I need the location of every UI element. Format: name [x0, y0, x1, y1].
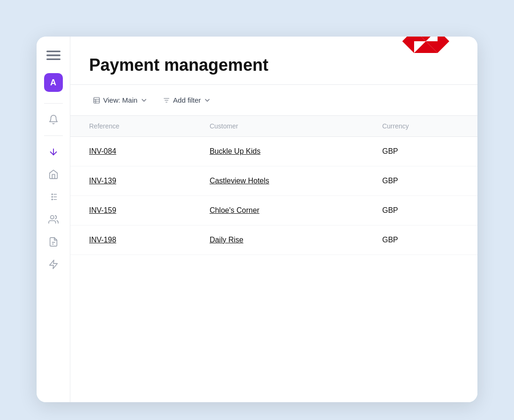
table-header-row: Reference Customer Currency — [70, 116, 477, 137]
view-main-button[interactable]: View: Main — [89, 94, 151, 106]
reference-link[interactable]: INV-159 — [89, 206, 116, 214]
reference-link[interactable]: INV-139 — [89, 177, 116, 185]
currency-cell: GBP — [363, 137, 477, 166]
filter-chevron-icon — [204, 97, 211, 104]
menu-icon[interactable] — [44, 46, 63, 65]
sidebar-item-tasks[interactable] — [44, 188, 63, 206]
sidebar-item-notifications[interactable] — [44, 110, 63, 129]
table-row: INV-198Daily RiseGBP — [70, 225, 477, 255]
table-row: INV-159Chloe's CornerGBP — [70, 196, 477, 225]
svg-marker-22 — [49, 260, 57, 269]
currency-cell: GBP — [363, 196, 477, 225]
table-row: INV-084Buckle Up KidsGBP — [70, 137, 477, 166]
sidebar-item-filter[interactable] — [44, 142, 63, 161]
sidebar-item-activity[interactable] — [44, 255, 63, 274]
payments-table: Reference Customer Currency INV-084Buckl… — [70, 116, 477, 255]
reference-link[interactable]: INV-198 — [89, 236, 116, 244]
reference-link[interactable]: INV-084 — [89, 147, 116, 155]
col-customer: Customer — [191, 116, 363, 137]
add-filter-button[interactable]: Add filter — [159, 94, 215, 106]
sidebar-divider-1 — [44, 103, 63, 104]
app-container: A — [37, 37, 477, 402]
svg-marker-6 — [438, 37, 449, 53]
svg-point-13 — [52, 196, 53, 197]
view-chevron-icon — [140, 97, 148, 104]
customer-link[interactable]: Chloe's Corner — [210, 206, 259, 214]
table-toolbar: View: Main Add filter — [70, 85, 477, 116]
col-currency: Currency — [363, 116, 477, 137]
main-content: Payment management View: Main — [70, 37, 477, 402]
sidebar-item-home[interactable] — [44, 165, 63, 184]
add-filter-label: Add filter — [173, 96, 201, 104]
col-reference: Reference — [70, 116, 191, 137]
svg-marker-1 — [402, 37, 414, 53]
sidebar: A — [37, 37, 70, 402]
hsbc-logo — [398, 37, 454, 60]
table-row: INV-139Castleview HotelsGBP — [70, 166, 477, 196]
table-icon — [93, 97, 100, 104]
svg-point-17 — [52, 199, 53, 200]
customer-link[interactable]: Castleview Hotels — [210, 177, 269, 185]
currency-cell: GBP — [363, 225, 477, 255]
user-avatar[interactable]: A — [44, 73, 63, 92]
customer-link[interactable]: Buckle Up Kids — [210, 147, 261, 155]
svg-point-19 — [50, 216, 53, 219]
currency-cell: GBP — [363, 166, 477, 196]
filter-icon — [163, 97, 170, 104]
sidebar-item-invoice[interactable] — [44, 232, 63, 251]
table-area: View: Main Add filter — [70, 85, 477, 402]
svg-point-15 — [52, 194, 53, 195]
customer-link[interactable]: Daily Rise — [210, 236, 243, 244]
sidebar-divider-2 — [44, 135, 63, 136]
sidebar-item-team[interactable] — [44, 210, 63, 229]
view-main-label: View: Main — [103, 96, 137, 104]
svg-rect-23 — [94, 98, 99, 103]
